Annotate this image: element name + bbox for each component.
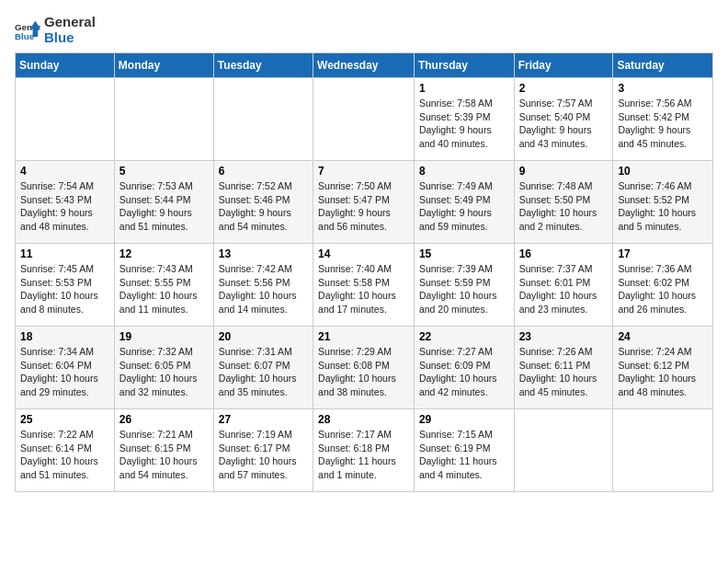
day-info: Sunrise: 7:43 AMSunset: 5:55 PMDaylight:… [119, 262, 209, 316]
day-number: 1 [419, 82, 509, 95]
calendar-cell: 21Sunrise: 7:29 AMSunset: 6:08 PMDayligh… [313, 327, 415, 409]
calendar-cell [613, 409, 713, 492]
day-info: Sunrise: 7:45 AMSunset: 5:53 PMDaylight:… [20, 262, 109, 316]
page-header: General Blue General Blue [15, 15, 713, 45]
calendar-cell: 5Sunrise: 7:53 AMSunset: 5:44 PMDaylight… [114, 161, 213, 244]
calendar-week-row: 18Sunrise: 7:34 AMSunset: 6:04 PMDayligh… [16, 327, 713, 409]
calendar-cell [514, 409, 613, 492]
column-header-monday: Monday [114, 53, 213, 78]
day-info: Sunrise: 7:48 AMSunset: 5:50 PMDaylight:… [519, 179, 609, 234]
day-number: 7 [318, 165, 409, 178]
day-number: 19 [119, 330, 209, 343]
day-number: 8 [419, 165, 509, 178]
calendar-cell: 14Sunrise: 7:40 AMSunset: 5:58 PMDayligh… [313, 244, 415, 327]
day-info: Sunrise: 7:32 AMSunset: 6:05 PMDaylight:… [119, 345, 209, 399]
calendar-cell: 4Sunrise: 7:54 AMSunset: 5:43 PMDaylight… [16, 161, 115, 244]
column-header-tuesday: Tuesday [213, 53, 313, 78]
day-info: Sunrise: 7:54 AMSunset: 5:43 PMDaylight:… [20, 179, 109, 234]
day-number: 2 [519, 82, 609, 95]
calendar-cell: 26Sunrise: 7:21 AMSunset: 6:15 PMDayligh… [114, 409, 213, 492]
day-number: 18 [20, 330, 109, 343]
calendar-cell: 23Sunrise: 7:26 AMSunset: 6:11 PMDayligh… [514, 327, 613, 409]
day-number: 16 [519, 247, 609, 260]
day-number: 29 [419, 413, 509, 426]
day-info: Sunrise: 7:40 AMSunset: 5:58 PMDaylight:… [318, 262, 409, 316]
day-info: Sunrise: 7:21 AMSunset: 6:15 PMDaylight:… [119, 428, 209, 482]
day-info: Sunrise: 7:37 AMSunset: 6:01 PMDaylight:… [519, 262, 609, 316]
calendar-cell: 17Sunrise: 7:36 AMSunset: 6:02 PMDayligh… [613, 244, 713, 327]
calendar-cell: 20Sunrise: 7:31 AMSunset: 6:07 PMDayligh… [213, 327, 313, 409]
calendar-week-row: 1Sunrise: 7:58 AMSunset: 5:39 PMDaylight… [16, 78, 713, 161]
day-number: 21 [318, 330, 409, 343]
calendar-cell: 25Sunrise: 7:22 AMSunset: 6:14 PMDayligh… [16, 409, 115, 492]
calendar-cell [313, 78, 415, 161]
day-number: 27 [219, 413, 308, 426]
calendar-header-row: SundayMondayTuesdayWednesdayThursdayFrid… [16, 53, 713, 78]
day-number: 23 [519, 330, 609, 343]
day-number: 14 [318, 247, 409, 260]
day-info: Sunrise: 7:19 AMSunset: 6:17 PMDaylight:… [219, 428, 308, 482]
day-number: 15 [419, 247, 509, 260]
day-info: Sunrise: 7:31 AMSunset: 6:07 PMDaylight:… [219, 345, 308, 399]
day-number: 20 [219, 330, 308, 343]
day-info: Sunrise: 7:58 AMSunset: 5:39 PMDaylight:… [419, 97, 509, 151]
day-info: Sunrise: 7:42 AMSunset: 5:56 PMDaylight:… [219, 262, 308, 316]
logo-blue: Blue [44, 30, 96, 46]
calendar-table: SundayMondayTuesdayWednesdayThursdayFrid… [15, 52, 713, 492]
column-header-saturday: Saturday [613, 53, 713, 78]
calendar-cell: 22Sunrise: 7:27 AMSunset: 6:09 PMDayligh… [414, 327, 514, 409]
calendar-cell: 18Sunrise: 7:34 AMSunset: 6:04 PMDayligh… [16, 327, 115, 409]
calendar-cell: 19Sunrise: 7:32 AMSunset: 6:05 PMDayligh… [114, 327, 213, 409]
column-header-sunday: Sunday [16, 53, 115, 78]
day-info: Sunrise: 7:46 AMSunset: 5:52 PMDaylight:… [618, 179, 708, 234]
day-number: 6 [219, 165, 308, 178]
day-number: 5 [119, 165, 209, 178]
day-number: 9 [519, 165, 609, 178]
calendar-week-row: 25Sunrise: 7:22 AMSunset: 6:14 PMDayligh… [16, 409, 713, 492]
day-info: Sunrise: 7:36 AMSunset: 6:02 PMDaylight:… [618, 262, 708, 316]
calendar-cell: 15Sunrise: 7:39 AMSunset: 5:59 PMDayligh… [414, 244, 514, 327]
day-info: Sunrise: 7:39 AMSunset: 5:59 PMDaylight:… [419, 262, 509, 316]
calendar-cell: 3Sunrise: 7:56 AMSunset: 5:42 PMDaylight… [613, 78, 713, 161]
logo-general: General [44, 15, 96, 30]
day-info: Sunrise: 7:27 AMSunset: 6:09 PMDaylight:… [419, 345, 509, 399]
column-header-friday: Friday [514, 53, 613, 78]
day-info: Sunrise: 7:17 AMSunset: 6:18 PMDaylight:… [318, 428, 409, 482]
calendar-cell: 28Sunrise: 7:17 AMSunset: 6:18 PMDayligh… [313, 409, 415, 492]
day-number: 13 [219, 247, 308, 260]
day-number: 12 [119, 247, 209, 260]
calendar-cell: 10Sunrise: 7:46 AMSunset: 5:52 PMDayligh… [613, 161, 713, 244]
calendar-cell [114, 78, 213, 161]
calendar-cell: 13Sunrise: 7:42 AMSunset: 5:56 PMDayligh… [213, 244, 313, 327]
column-header-thursday: Thursday [414, 53, 514, 78]
day-info: Sunrise: 7:56 AMSunset: 5:42 PMDaylight:… [618, 97, 708, 151]
day-number: 22 [419, 330, 509, 343]
column-header-wednesday: Wednesday [313, 53, 415, 78]
day-number: 11 [20, 247, 109, 260]
day-info: Sunrise: 7:22 AMSunset: 6:14 PMDaylight:… [20, 428, 109, 482]
day-info: Sunrise: 7:53 AMSunset: 5:44 PMDaylight:… [119, 179, 209, 234]
day-number: 28 [318, 413, 409, 426]
logo: General Blue General Blue [15, 15, 96, 45]
day-info: Sunrise: 7:26 AMSunset: 6:11 PMDaylight:… [519, 345, 609, 399]
day-number: 17 [618, 247, 708, 260]
logo-icon: General Blue [15, 17, 40, 43]
calendar-week-row: 4Sunrise: 7:54 AMSunset: 5:43 PMDaylight… [16, 161, 713, 244]
day-number: 4 [20, 165, 109, 178]
calendar-cell: 27Sunrise: 7:19 AMSunset: 6:17 PMDayligh… [213, 409, 313, 492]
calendar-cell: 29Sunrise: 7:15 AMSunset: 6:19 PMDayligh… [414, 409, 514, 492]
calendar-cell: 2Sunrise: 7:57 AMSunset: 5:40 PMDaylight… [514, 78, 613, 161]
svg-text:Blue: Blue [15, 30, 35, 40]
calendar-cell [16, 78, 115, 161]
calendar-cell: 6Sunrise: 7:52 AMSunset: 5:46 PMDaylight… [213, 161, 313, 244]
calendar-cell: 9Sunrise: 7:48 AMSunset: 5:50 PMDaylight… [514, 161, 613, 244]
calendar-cell [213, 78, 313, 161]
calendar-cell: 24Sunrise: 7:24 AMSunset: 6:12 PMDayligh… [613, 327, 713, 409]
calendar-cell: 1Sunrise: 7:58 AMSunset: 5:39 PMDaylight… [414, 78, 514, 161]
day-info: Sunrise: 7:34 AMSunset: 6:04 PMDaylight:… [20, 345, 109, 399]
day-info: Sunrise: 7:24 AMSunset: 6:12 PMDaylight:… [618, 345, 708, 399]
day-info: Sunrise: 7:49 AMSunset: 5:49 PMDaylight:… [419, 179, 509, 234]
day-info: Sunrise: 7:15 AMSunset: 6:19 PMDaylight:… [419, 428, 509, 482]
day-info: Sunrise: 7:50 AMSunset: 5:47 PMDaylight:… [318, 179, 409, 234]
calendar-cell: 7Sunrise: 7:50 AMSunset: 5:47 PMDaylight… [313, 161, 415, 244]
